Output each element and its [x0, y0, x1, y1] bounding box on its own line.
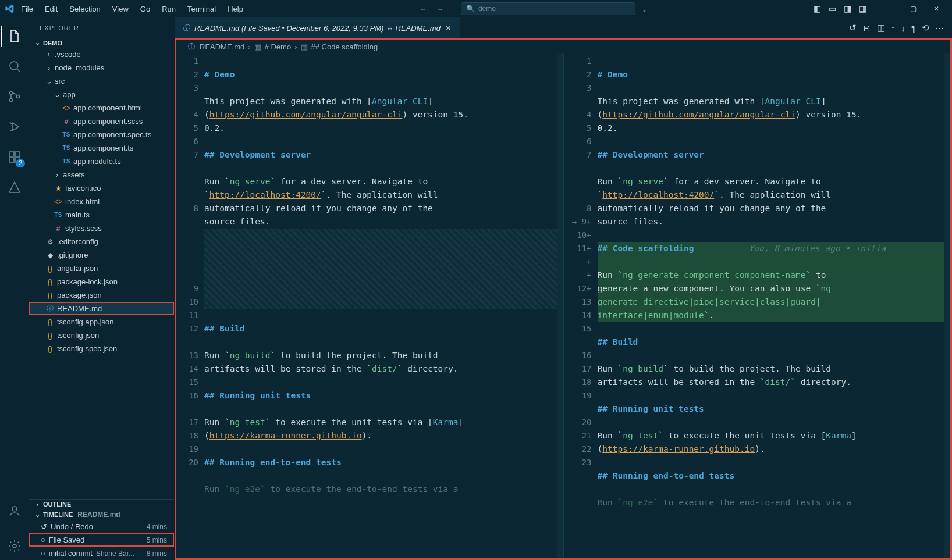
gitlens-blame: You, 8 minutes ago • initia	[749, 242, 886, 255]
diff-editor: 1234567891011121314151617181920 # Demo T…	[175, 53, 952, 560]
commit-icon: ○	[41, 549, 45, 558]
menu-run[interactable]: Run	[157, 2, 180, 16]
sidebar: EXPLORER ⋯ ⌄ DEMO ›.vscode ›node_modules…	[29, 17, 175, 560]
timeline-section[interactable]: ⌄TIMELINE README.md	[29, 509, 174, 520]
activity-debug-icon[interactable]	[1, 113, 29, 141]
file-tsconfig-app[interactable]: {}tsconfig.app.json	[29, 315, 174, 329]
file-styles[interactable]: #styles.scss	[29, 222, 174, 235]
breadcrumb[interactable]: ⓘ README.md › ▦ # Demo › ▦ ## Code scaff…	[175, 38, 952, 53]
more-actions-icon[interactable]: ⋯	[935, 23, 944, 33]
menu-edit[interactable]: Edit	[40, 2, 62, 16]
timeline-context: README.md	[77, 511, 120, 519]
file-app-html[interactable]: <>app.component.html	[29, 101, 174, 115]
svg-rect-4	[9, 152, 14, 156]
whitespace-icon[interactable]: ¶	[911, 23, 916, 33]
file-app-ts[interactable]: TSapp.component.ts	[29, 141, 174, 155]
window-maximize-icon[interactable]: ▢	[902, 1, 924, 17]
file-editorconfig[interactable]: ⚙.editorconfig	[29, 235, 174, 248]
code-right: # Demo This project was generated with […	[598, 53, 945, 558]
folder-root[interactable]: ⌄ DEMO	[29, 38, 174, 48]
diff-left-pane[interactable]: 1234567891011121314151617181920 # Demo T…	[176, 53, 563, 558]
file-gitignore[interactable]: ◆.gitignore	[29, 248, 174, 262]
arrow-down-icon[interactable]: ↓	[901, 23, 905, 33]
folder-vscode[interactable]: ›.vscode	[29, 48, 174, 61]
file-app-scss[interactable]: #app.component.scss	[29, 115, 174, 128]
outline-section[interactable]: ›OUTLINE	[29, 500, 174, 509]
svg-point-1	[10, 92, 13, 95]
activity-scm-icon[interactable]	[1, 83, 29, 110]
timeline-file-saved[interactable]: ○ File Saved 5 mins	[29, 533, 174, 547]
file-tree: ›.vscode ›node_modules ⌄src ⌄app <>app.c…	[29, 48, 174, 355]
activity-explorer-icon[interactable]	[1, 22, 29, 50]
close-tab-icon[interactable]: ✕	[444, 24, 453, 33]
tab-readme-diff[interactable]: ⓘ README.md (File Saved • December 6, 20…	[175, 17, 460, 38]
search-text: demo	[478, 5, 496, 13]
arrow-up-icon[interactable]: ↑	[891, 23, 896, 33]
vscode-logo-icon	[5, 4, 14, 13]
tabbar: ⓘ README.md (File Saved • December 6, 20…	[175, 17, 952, 38]
file-tsconfig[interactable]: {}tsconfig.json	[29, 329, 174, 342]
activity-search-icon[interactable]	[1, 52, 29, 80]
activity-azure-icon[interactable]	[1, 173, 29, 201]
svg-point-3	[17, 95, 20, 98]
file-angular-json[interactable]: {}angular.json	[29, 262, 174, 275]
search-dropdown-icon[interactable]: ⌄	[638, 5, 652, 13]
file-tsconfig-spec[interactable]: {}tsconfig.spec.json	[29, 342, 174, 355]
folder-node-modules[interactable]: ›node_modules	[29, 61, 174, 74]
svg-point-8	[12, 507, 17, 511]
layout-sidebar-left-icon[interactable]: ◧	[811, 3, 823, 15]
file-main-ts[interactable]: TSmain.ts	[29, 208, 174, 222]
file-app-spec[interactable]: TSapp.component.spec.ts	[29, 128, 174, 141]
search-icon: 🔍	[466, 5, 475, 13]
history-icon[interactable]: ↺	[849, 23, 857, 33]
deleted-region	[204, 229, 557, 309]
layout-sidebar-right-icon[interactable]: ◨	[841, 3, 853, 15]
svg-point-2	[10, 99, 13, 102]
file-app-module[interactable]: TSapp.module.ts	[29, 155, 174, 168]
command-center-search[interactable]: 🔍 demo	[461, 2, 635, 15]
file-icon: ⓘ	[187, 42, 196, 52]
svg-point-0	[10, 62, 18, 70]
activity-account-icon[interactable]	[1, 497, 29, 525]
open-file-icon[interactable]: 🗎	[862, 23, 871, 33]
folder-app[interactable]: ⌄app	[29, 88, 174, 101]
activity-extensions-icon[interactable]: 2	[1, 143, 29, 171]
code-left: # Demo This project was generated with […	[204, 53, 557, 558]
explorer-more-icon[interactable]: ⋯	[157, 24, 164, 31]
undo-icon: ↺	[41, 522, 47, 531]
folder-src[interactable]: ⌄src	[29, 74, 174, 88]
svg-point-9	[13, 544, 16, 548]
chevron-down-icon: ⌄	[34, 39, 41, 47]
timeline-commit[interactable]: ○ initial commit Shane Bar... 8 mins	[29, 547, 174, 560]
file-pkg[interactable]: {}package.json	[29, 288, 174, 302]
diff-right-pane[interactable]: 12345678→ 9+ 10+ 11+ + + 12+131415161718…	[563, 53, 951, 558]
extensions-badge: 2	[16, 159, 25, 167]
activitybar: 2	[0, 17, 29, 560]
activity-settings-icon[interactable]	[1, 532, 29, 560]
revert-icon[interactable]: ⟲	[922, 23, 929, 33]
nav-history: ← →	[404, 2, 459, 16]
window-close-icon[interactable]: ✕	[925, 1, 947, 17]
nav-forward-icon[interactable]: →	[432, 2, 447, 16]
file-icon: ⓘ	[182, 23, 191, 33]
nav-back-icon[interactable]: ←	[415, 2, 430, 16]
svg-rect-5	[9, 158, 14, 162]
menu-file[interactable]: File	[16, 2, 38, 16]
menu-help[interactable]: Help	[223, 2, 248, 16]
menu-view[interactable]: View	[108, 2, 133, 16]
file-pkglock[interactable]: {}package-lock.json	[29, 275, 174, 288]
split-icon[interactable]: ◫	[877, 23, 885, 33]
timeline-undo[interactable]: ↺ Undo / Redo 4 mins	[29, 520, 174, 533]
file-readme[interactable]: ⓘREADME.md	[29, 302, 174, 315]
layout-panel-icon[interactable]: ▭	[826, 3, 838, 15]
save-icon: ○	[41, 536, 45, 544]
window-minimize-icon[interactable]: —	[879, 1, 901, 17]
menu-terminal[interactable]: Terminal	[183, 2, 221, 16]
layout-customize-icon[interactable]: ▦	[857, 3, 868, 15]
file-index[interactable]: <>index.html	[29, 195, 174, 208]
menu-selection[interactable]: Selection	[65, 2, 105, 16]
folder-assets[interactable]: ›assets	[29, 168, 174, 181]
file-favicon[interactable]: ★favicon.ico	[29, 181, 174, 195]
svg-rect-7	[15, 152, 20, 156]
menu-go[interactable]: Go	[136, 2, 155, 16]
